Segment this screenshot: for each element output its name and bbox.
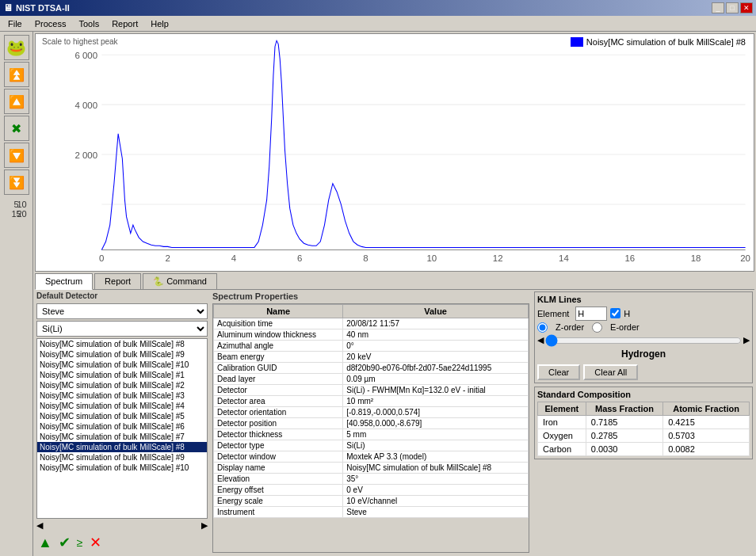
maximize-btn[interactable]: □ [726, 2, 739, 13]
properties-table: Name Value Acquisition time20/08/12 11:5… [213, 304, 529, 518]
minimize-btn[interactable]: _ [712, 2, 724, 13]
menu-tools[interactable]: Tools [72, 17, 105, 30]
toolbar-btn-down-fast[interactable]: ⏬ [4, 169, 29, 195]
left-toolbar: 🐸 ⏫ 🔼 ✖ 🔽 ⏬ 5 15 10 20 [0, 32, 33, 556]
prop-value: 0.09 µm [343, 373, 529, 384]
prop-name: Detector orientation [214, 406, 343, 417]
title-bar: 🖥 NIST DTSA-II _ □ ✕ [0, 0, 756, 16]
clear-all-btn[interactable]: Clear All [583, 364, 638, 380]
slider-row: ◀ ▶ [537, 334, 750, 347]
order-radio-row: Z-order E-order [537, 322, 750, 333]
prop-value: Si(Li) - FWHM[Mn Kα]=132.0 eV - initial [343, 384, 529, 395]
command-icon: 🐍 [153, 276, 164, 286]
prop-value: 10 mm² [343, 395, 529, 406]
tab-command[interactable]: 🐍 Command [143, 273, 217, 289]
comp-row: Iron0.71850.4215 [538, 415, 750, 428]
list-item[interactable]: Noisy[MC simulation of bulk MillScale] #… [37, 339, 207, 349]
menu-file[interactable]: File [2, 17, 29, 30]
menu-report[interactable]: Report [105, 17, 144, 30]
menu-help[interactable]: Help [144, 17, 175, 30]
prop-name: Elevation [214, 473, 343, 484]
table-row: Detector thickness5 mm [214, 428, 529, 440]
svg-text:10: 10 [426, 253, 437, 263]
comp-element: Iron [538, 415, 586, 428]
col-value: Value [343, 304, 529, 318]
list-item[interactable]: Noisy[MC simulation of bulk MillScale] #… [37, 401, 207, 411]
scroll-left-btn[interactable]: ◀ [36, 520, 43, 531]
main-container: 🐸 ⏫ 🔼 ✖ 🔽 ⏬ 5 15 10 20 Scale to highest … [0, 32, 756, 556]
toolbar-btn-cross[interactable]: ✖ [4, 116, 29, 141]
z-order-radio[interactable] [537, 322, 548, 333]
tab-report[interactable]: Report [94, 273, 141, 289]
toolbar-btn-up-fast[interactable]: ⏫ [4, 62, 29, 87]
prop-name: Detector area [214, 395, 343, 406]
left-panel: Default Detector Steve Si(Li) Noisy[MC s… [35, 290, 209, 554]
prop-name: Energy scale [214, 495, 343, 506]
close-btn[interactable]: ✕ [740, 2, 753, 13]
list-item[interactable]: Noisy[MC simulation of bulk MillScale] #… [37, 421, 207, 432]
table-row: Azimuthal angle0° [214, 340, 529, 351]
table-row: Detector position[40.958,0.000,-8.679] [214, 417, 529, 428]
tab-spectrum[interactable]: Spectrum [35, 273, 93, 290]
prop-name: Detector [214, 384, 343, 395]
table-row: Detector windowMoxtek AP 3.3 (model) [214, 451, 529, 462]
element-slider[interactable] [545, 334, 742, 347]
list-item[interactable]: Noisy[MC simulation of bulk MillScale] #… [37, 432, 207, 442]
element-full-name: Hydrogen [537, 347, 750, 361]
equals-btn[interactable]: ≥ [75, 536, 85, 549]
check-btn[interactable]: ✔ [57, 534, 72, 551]
list-item[interactable]: Noisy[MC simulation of bulk MillScale] #… [37, 370, 207, 380]
clear-btn[interactable]: Clear [537, 364, 580, 380]
table-row: InstrumentSteve [214, 506, 529, 517]
list-item[interactable]: Noisy[MC simulation of bulk MillScale] #… [37, 349, 207, 360]
slider-right-arrow[interactable]: ▶ [743, 335, 750, 345]
slider-left-arrow[interactable]: ◀ [537, 335, 544, 345]
prop-name: Detector window [214, 451, 343, 462]
klm-section: KLM Lines Element H Z-order E-order [534, 291, 753, 383]
toolbar-btn-down[interactable]: 🔽 [4, 143, 29, 168]
list-item[interactable]: Noisy[MC simulation of bulk MillScale] #… [37, 442, 207, 452]
prop-value: 0° [343, 340, 529, 351]
prop-value: 5 mm [343, 428, 529, 440]
list-item[interactable]: Noisy[MC simulation of bulk MillScale] #… [37, 411, 207, 421]
table-row: Energy offset0 eV [214, 484, 529, 495]
list-item[interactable]: Noisy[MC simulation of bulk MillScale] #… [37, 380, 207, 390]
e-order-radio[interactable] [592, 322, 602, 333]
detector-type-dropdown[interactable]: Si(Li) [36, 321, 208, 337]
prop-value: d8f20b90-e076-0fbf-2d07-5ae224d11995 [343, 362, 529, 373]
list-item[interactable]: Noisy[MC simulation of bulk MillScale] #… [37, 360, 207, 370]
delete-btn[interactable]: ✕ [88, 534, 103, 551]
add-btn[interactable]: ▲ [36, 535, 54, 551]
comp-atomic: 0.0082 [663, 442, 750, 455]
chart-svg: 6 000 4 000 2 000 0 2 4 6 8 10 12 14 16 … [36, 34, 754, 271]
scroll-right-btn[interactable]: ▶ [201, 520, 208, 531]
window-controls[interactable]: _ □ ✕ [712, 2, 753, 13]
spectrum-list[interactable]: Noisy[MC simulation of bulk MillScale] #… [36, 338, 208, 519]
prop-name: Azimuthal angle [214, 340, 343, 351]
svg-text:4 000: 4 000 [74, 101, 97, 110]
comp-mass: 0.2785 [586, 428, 662, 442]
prop-name: Aluminum window thickness [214, 329, 343, 340]
list-item[interactable]: Noisy[MC simulation of bulk MillScale] #… [37, 390, 207, 401]
svg-text:18: 18 [691, 253, 701, 263]
svg-text:2: 2 [165, 253, 170, 263]
toolbar-btn-up[interactable]: 🔼 [4, 89, 29, 114]
prop-value: [-0.819,-0.000,0.574] [343, 406, 529, 417]
bottom-toolbar: ▲ ✔ ≥ ✕ [36, 532, 208, 553]
svg-text:2 000: 2 000 [74, 150, 97, 160]
prop-name: Acquisition time [214, 318, 343, 329]
middle-panel: Spectrum Properties Name Value Acquisiti… [211, 290, 531, 554]
properties-table-wrapper: Name Value Acquisition time20/08/12 11:5… [212, 303, 529, 553]
comp-col-element: Element [538, 402, 586, 415]
toolbar-btn-frog[interactable]: 🐸 [4, 35, 29, 60]
element-input[interactable] [575, 307, 607, 321]
list-item[interactable]: Noisy[MC simulation of bulk MillScale] #… [37, 463, 207, 473]
h-checkbox[interactable] [610, 308, 620, 318]
menu-bar: File Process Tools Report Help [0, 16, 756, 32]
app-icon: 🖥 [3, 2, 13, 13]
svg-text:4: 4 [231, 253, 237, 263]
spectrum-props-label: Spectrum Properties [212, 291, 529, 301]
detector-dropdown[interactable]: Steve [36, 303, 208, 319]
menu-process[interactable]: Process [29, 17, 73, 30]
list-item[interactable]: Noisy[MC simulation of bulk MillScale] #… [37, 452, 207, 463]
